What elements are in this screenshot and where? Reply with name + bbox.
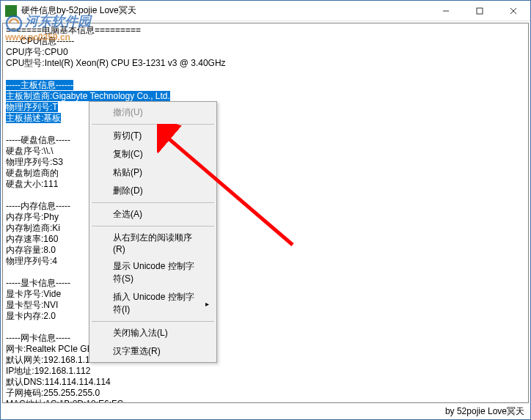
blank-line: [6, 267, 525, 278]
status-bar: by 52pojie Love冥天: [445, 405, 524, 418]
line-gpu-model: 显卡型号:NVI: [6, 300, 525, 311]
status-text: by 52pojie Love冥天: [445, 405, 524, 418]
line-gpu-serial: 显卡序号:Vide: [6, 289, 525, 300]
menu-copy[interactable]: 复制(C): [91, 145, 215, 163]
titlebar: 硬件信息by-52pojie Love冥天: [1, 1, 530, 21]
menu-separator: [92, 202, 214, 203]
blank-line: [6, 190, 525, 201]
menu-undo: 撤消(U): [91, 103, 215, 122]
minimize-button[interactable]: [429, 1, 463, 21]
blank-line: [6, 124, 525, 135]
menu-separator: [92, 124, 214, 125]
line-mb-header: -----主板信息------: [6, 80, 525, 91]
context-menu: 撤消(U) 剪切(T) 复制(C) 粘贴(P) 删除(D) 全选(A) 从右到左…: [89, 101, 217, 363]
line-cpu-model: CPU型号:Intel(R) Xeon(R) CPU E3-1231 v3 @ …: [6, 58, 525, 69]
menu-show-unicode[interactable]: 显示 Unicode 控制字符(S): [91, 257, 215, 288]
menu-cut[interactable]: 剪切(T): [91, 127, 215, 145]
line-hdd-mfr: 硬盘制造商的: [6, 168, 525, 179]
line-net-gateway: 默认网关:192.168.1.1: [6, 355, 525, 366]
line-net-card: 网卡:Realtek PCIe GBE Family Controller: [6, 344, 525, 355]
svg-rect-1: [477, 8, 483, 14]
line-gpu-mem: 显卡内存:2.0: [6, 311, 525, 322]
text-content[interactable]: =======电脑基本信息========= -----CPU信息------ …: [2, 23, 529, 403]
line-mb-mfr: 主板制造商:Gigabyte Technology Co., Ltd.: [6, 91, 525, 102]
blank-line: [6, 322, 525, 333]
window-title: 硬件信息by-52pojie Love冥天: [21, 4, 429, 17]
line-mem-serial: 内存序号:Phy: [6, 212, 525, 223]
line-mb-phys: 物理序列号:T: [6, 102, 525, 113]
line-hdd-size: 硬盘大小:111: [6, 179, 525, 190]
line-header: =======电脑基本信息=========: [6, 25, 525, 36]
menu-selectall[interactable]: 全选(A): [91, 205, 215, 224]
line-mem-cap: 内存容量:8.0: [6, 245, 525, 256]
close-button[interactable]: [497, 1, 530, 21]
maximize-button[interactable]: [463, 1, 497, 21]
menu-insert-unicode[interactable]: 插入 Unicode 控制字符(I) ▸: [91, 288, 215, 319]
line-hdd-serial: 硬盘序号:\\.\: [6, 146, 525, 157]
line-mem-mfr: 内存制造商:Ki: [6, 223, 525, 234]
menu-delete[interactable]: 删除(D): [91, 182, 215, 200]
line-net-mac: MAC地址:1C:1B:0D:10:E6:FC: [6, 399, 525, 403]
app-icon: [5, 5, 17, 17]
line-net-dns: 默认DNS:114.114.114.114: [6, 377, 525, 388]
line-net-ip: IP地址:192.168.1.112: [6, 366, 525, 377]
submenu-arrow-icon: ▸: [205, 300, 209, 308]
blank-line: [6, 69, 525, 80]
menu-separator: [92, 226, 214, 226]
line-hdd-phys: 物理序列号:S3: [6, 157, 525, 168]
line-mb-desc: 主板描述:基板: [6, 113, 525, 124]
line-mem-header: -----内存信息-----: [6, 201, 525, 212]
line-cpu-serial: CPU序号:CPU0: [6, 47, 525, 58]
menu-separator: [92, 321, 214, 322]
menu-hanzi[interactable]: 汉字重选(R): [91, 342, 215, 361]
line-cpu-header: -----CPU信息------: [6, 36, 525, 47]
menu-paste[interactable]: 粘贴(P): [91, 163, 215, 182]
line-net-mask: 子网掩码:255.255.255.0: [6, 388, 525, 399]
line-mem-speed: 内存速率:160: [6, 234, 525, 245]
line-gpu-header: -----显卡信息-----: [6, 278, 525, 289]
line-net-header: -----网卡信息-----: [6, 333, 525, 344]
line-mem-phys: 物理序列号:4: [6, 256, 525, 267]
line-hdd-header: -----硬盘信息-----: [6, 135, 525, 146]
menu-close-ime[interactable]: 关闭输入法(L): [91, 324, 215, 342]
menu-rtl[interactable]: 从右到左的阅读顺序(R): [91, 229, 215, 257]
